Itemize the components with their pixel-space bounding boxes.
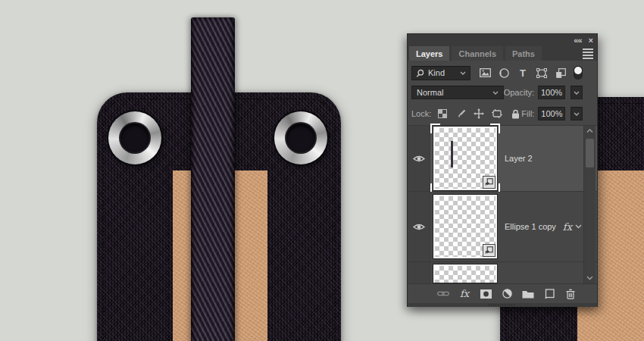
shape-layer-filter-icon[interactable] bbox=[536, 67, 548, 79]
fill-dropdown-button[interactable] bbox=[571, 107, 583, 120]
eye-icon[interactable] bbox=[413, 155, 425, 163]
lock-image-pixels-icon[interactable] bbox=[455, 108, 467, 120]
scrollbar-thumb[interactable] bbox=[586, 139, 594, 167]
panel-titlebar[interactable]: «« × bbox=[408, 34, 597, 46]
layer-thumbnail[interactable] bbox=[433, 195, 497, 258]
adjustment-layer-filter-icon[interactable] bbox=[498, 67, 510, 79]
layers-panel: «« × Layers Channels Paths Kind T bbox=[407, 33, 598, 307]
chevron-down-icon bbox=[460, 71, 466, 75]
delete-layer-icon[interactable] bbox=[564, 288, 577, 300]
panel-resize-strip[interactable] bbox=[408, 303, 597, 307]
fill-value: 100% bbox=[541, 109, 562, 118]
panel-menu-icon[interactable] bbox=[583, 48, 593, 59]
resize-grip-icon[interactable] bbox=[489, 304, 516, 306]
layer-row-layer-2[interactable]: Layer 2 bbox=[408, 126, 597, 192]
layer-thumbnail[interactable] bbox=[433, 127, 497, 190]
scroll-down-icon[interactable] bbox=[584, 276, 596, 280]
blend-mode-value: Normal bbox=[417, 88, 489, 97]
new-layer-icon[interactable] bbox=[543, 288, 555, 300]
eye-icon[interactable] bbox=[413, 223, 425, 231]
close-icon[interactable]: × bbox=[589, 36, 592, 45]
tab-layers[interactable]: Layers bbox=[409, 46, 449, 61]
photoshop-workspace: { "window": { "collapse_glyph": "««", "c… bbox=[0, 0, 644, 341]
type-layer-filter-icon[interactable]: T bbox=[517, 67, 529, 79]
collapse-effects-chevron-icon[interactable] bbox=[575, 224, 582, 229]
chevron-down-icon bbox=[492, 91, 499, 95]
woven-strap bbox=[191, 17, 235, 341]
layer-row-ellipse-1-copy[interactable]: Ellipse 1 copy fx bbox=[408, 192, 597, 262]
selection-bracket bbox=[490, 124, 500, 133]
tab-paths[interactable]: Paths bbox=[505, 46, 542, 61]
opacity-group: Opacity: 100% bbox=[504, 86, 583, 99]
layer-name[interactable]: Ellipse 1 copy bbox=[505, 222, 556, 231]
filtering-toggle[interactable] bbox=[574, 66, 583, 80]
layer-thumbnail[interactable] bbox=[433, 264, 497, 283]
layers-list: Layer 2 Ellipse 1 copy fx bbox=[408, 125, 597, 284]
visibility-gutter bbox=[408, 192, 430, 261]
add-layer-style-icon[interactable]: fx bbox=[458, 288, 470, 300]
grommet-hole bbox=[286, 124, 315, 152]
grommet-hole bbox=[120, 124, 149, 152]
smart-object-badge-icon bbox=[483, 176, 496, 189]
lock-transparent-pixels-icon[interactable] bbox=[436, 108, 449, 120]
kind-filter-label: Kind bbox=[428, 68, 456, 77]
visibility-gutter bbox=[408, 126, 430, 191]
lock-row: Lock: Fill: 100% bbox=[408, 105, 597, 122]
smart-object-badge-icon bbox=[483, 244, 496, 257]
lock-icon-group bbox=[436, 108, 521, 120]
kind-filter-dropdown[interactable]: Kind bbox=[411, 66, 470, 80]
visibility-gutter bbox=[408, 262, 430, 283]
fill-value-field[interactable]: 100% bbox=[538, 107, 565, 120]
collapse-to-icons-icon[interactable]: «« bbox=[574, 36, 581, 45]
lock-artboard-icon[interactable] bbox=[491, 108, 503, 120]
search-icon bbox=[416, 69, 424, 77]
layers-scrollbar[interactable] bbox=[583, 126, 596, 284]
blend-mode-dropdown[interactable]: Normal bbox=[411, 86, 504, 99]
new-group-icon[interactable] bbox=[522, 288, 534, 300]
scroll-up-icon[interactable] bbox=[584, 129, 596, 133]
layer-row-partial[interactable] bbox=[408, 262, 597, 283]
smart-object-filter-icon[interactable] bbox=[555, 67, 567, 79]
toggle-knob bbox=[574, 67, 582, 74]
opacity-value-field[interactable]: 100% bbox=[538, 86, 565, 99]
opacity-dropdown-button[interactable] bbox=[571, 86, 583, 99]
lock-label: Lock: bbox=[411, 109, 431, 118]
add-layer-mask-icon[interactable] bbox=[480, 288, 492, 300]
panel-tabs: Layers Channels Paths bbox=[408, 46, 597, 61]
filter-row: Kind T bbox=[408, 64, 597, 82]
lock-position-icon[interactable] bbox=[473, 108, 485, 120]
layer-style-fx-icon[interactable]: fx bbox=[563, 221, 572, 233]
filter-icon-group: T bbox=[479, 66, 583, 80]
grommet-left bbox=[108, 111, 161, 164]
lock-all-icon[interactable] bbox=[509, 108, 521, 120]
new-adjustment-layer-icon[interactable] bbox=[501, 288, 513, 300]
opacity-value: 100% bbox=[541, 88, 562, 97]
tab-channels[interactable]: Channels bbox=[452, 46, 503, 61]
grommet-right bbox=[274, 111, 327, 164]
layer-name[interactable]: Layer 2 bbox=[505, 154, 533, 163]
fill-group: Fill: 100% bbox=[521, 107, 583, 120]
opacity-label: Opacity: bbox=[504, 88, 534, 97]
fill-label: Fill: bbox=[521, 109, 534, 118]
layers-bottom-toolbar: fx bbox=[408, 283, 597, 303]
layer-effects-group: fx bbox=[563, 221, 582, 233]
blend-row: Normal Opacity: 100% bbox=[408, 85, 597, 100]
pixel-layer-filter-icon[interactable] bbox=[479, 67, 491, 79]
link-layers-icon[interactable] bbox=[437, 288, 449, 300]
selection-bracket bbox=[430, 124, 440, 133]
thumbnail-strap-stroke bbox=[451, 141, 453, 167]
